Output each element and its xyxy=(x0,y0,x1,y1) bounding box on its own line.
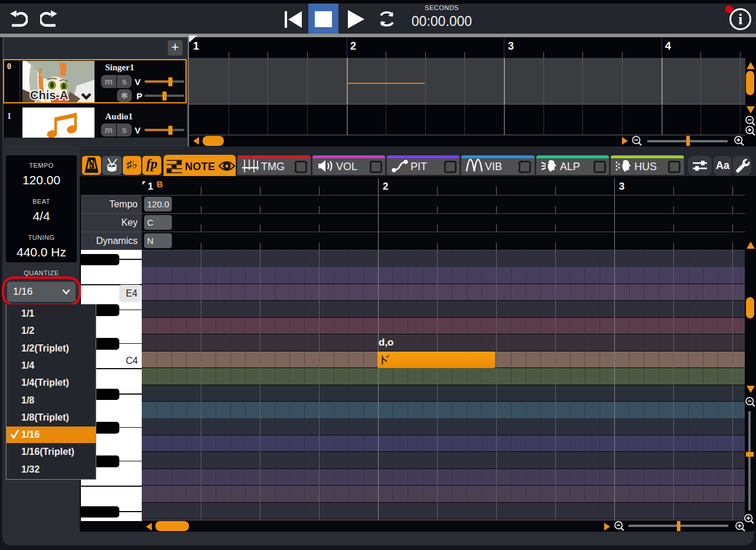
svg-text:Chis-A: Chis-A xyxy=(30,89,68,102)
